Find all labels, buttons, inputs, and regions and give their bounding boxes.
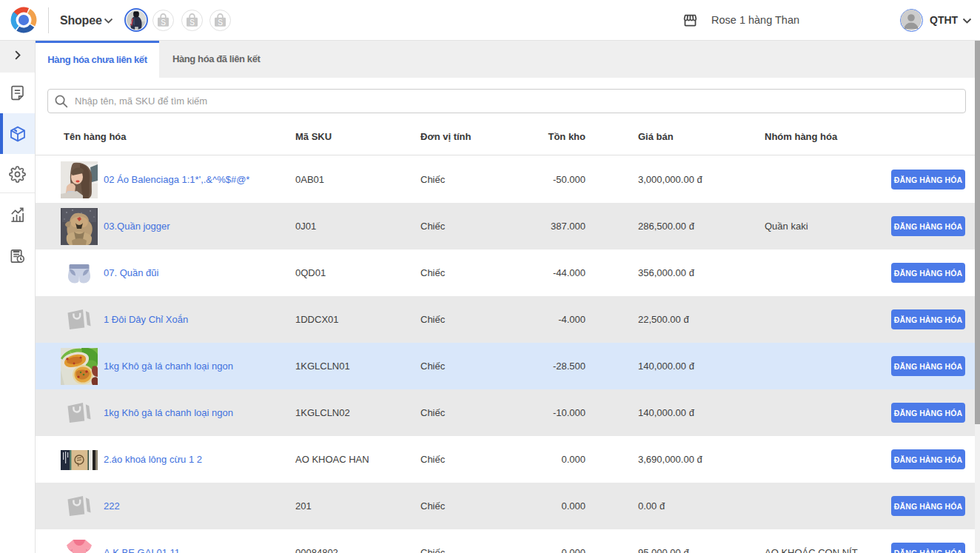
svg-text:S: S	[189, 18, 195, 26]
svg-text:S: S	[161, 18, 166, 26]
svg-text:S: S	[218, 18, 223, 26]
